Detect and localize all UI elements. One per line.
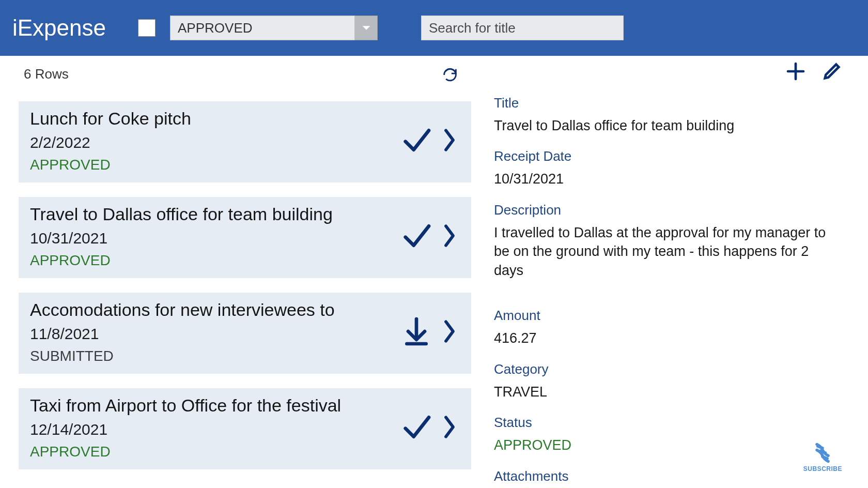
card-date: 11/8/2021 bbox=[30, 325, 335, 343]
filter-checkbox[interactable] bbox=[138, 19, 156, 37]
chevron-right-icon[interactable] bbox=[438, 317, 461, 348]
chevron-right-icon[interactable] bbox=[438, 126, 461, 157]
label-receipt-date: Receipt Date bbox=[494, 148, 837, 164]
status-filter-value: APPROVED bbox=[170, 16, 355, 40]
app-header: iExpense APPROVED bbox=[0, 0, 868, 56]
check-icon bbox=[400, 219, 433, 254]
refresh-icon[interactable] bbox=[441, 66, 459, 86]
label-title: Title bbox=[494, 95, 837, 111]
chevron-down-icon[interactable] bbox=[355, 16, 378, 40]
list-scroll[interactable]: Lunch for Coke pitch2/2/2022APPROVEDTrav… bbox=[0, 89, 475, 488]
list-item[interactable]: Taxi from Airport to Office for the fest… bbox=[19, 388, 471, 469]
subscribe-badge[interactable]: SUBSCRIBE bbox=[803, 441, 842, 472]
label-amount: Amount bbox=[494, 308, 837, 324]
card-date: 10/31/2021 bbox=[30, 230, 333, 247]
card-status: APPROVED bbox=[30, 157, 191, 173]
chevron-right-icon[interactable] bbox=[438, 221, 461, 252]
add-icon[interactable] bbox=[785, 61, 806, 84]
download-icon bbox=[400, 315, 433, 350]
list-item[interactable]: Lunch for Coke pitch2/2/2022APPROVED bbox=[19, 101, 471, 182]
card-title: Lunch for Coke pitch bbox=[30, 109, 191, 129]
dna-icon bbox=[811, 441, 834, 464]
svg-line-5 bbox=[821, 451, 826, 453]
card-status: APPROVED bbox=[30, 252, 333, 269]
list-item[interactable]: Travel to Dallas office for team buildin… bbox=[19, 197, 471, 278]
check-icon bbox=[400, 410, 433, 446]
label-category: Category bbox=[494, 361, 837, 377]
edit-icon[interactable] bbox=[822, 61, 842, 84]
list-toolbar: 6 Rows bbox=[0, 56, 475, 89]
chevron-right-icon[interactable] bbox=[438, 413, 461, 444]
status-filter-dropdown[interactable]: APPROVED bbox=[170, 16, 378, 40]
row-count: 6 Rows bbox=[24, 66, 69, 82]
content: 6 Rows Lunch for Coke pitch2/2/2022APPRO… bbox=[0, 56, 868, 488]
value-description: I travelled to Dallas at the approval fo… bbox=[494, 223, 837, 280]
check-icon bbox=[400, 124, 433, 159]
value-receipt-date: 10/31/2021 bbox=[494, 170, 837, 188]
value-status: APPROVED bbox=[494, 436, 837, 454]
detail-panel: Title Travel to Dallas office for team b… bbox=[475, 56, 868, 488]
subscribe-label: SUBSCRIBE bbox=[803, 465, 842, 472]
svg-line-6 bbox=[823, 456, 827, 459]
card-date: 2/2/2022 bbox=[30, 134, 191, 151]
card-title: Travel to Dallas office for team buildin… bbox=[30, 204, 333, 224]
label-description: Description bbox=[494, 202, 837, 218]
search-input[interactable] bbox=[421, 16, 624, 40]
value-category: TRAVEL bbox=[494, 383, 837, 401]
detail-toolbar bbox=[475, 56, 868, 89]
card-title: Taxi from Airport to Office for the fest… bbox=[30, 395, 341, 416]
list-item[interactable]: Accomodations for new interviewees to11/… bbox=[19, 293, 471, 374]
value-amount: 416.27 bbox=[494, 329, 837, 347]
label-status: Status bbox=[494, 415, 837, 431]
value-title: Travel to Dallas office for team buildin… bbox=[494, 116, 837, 135]
svg-line-4 bbox=[818, 446, 823, 448]
card-status: APPROVED bbox=[30, 444, 341, 460]
card-title: Accomodations for new interviewees to bbox=[30, 300, 335, 320]
card-date: 12/14/2021 bbox=[30, 421, 341, 438]
list-panel: 6 Rows Lunch for Coke pitch2/2/2022APPRO… bbox=[0, 56, 475, 488]
detail-scroll[interactable]: Title Travel to Dallas office for team b… bbox=[475, 89, 868, 488]
label-attachments: Attachments bbox=[494, 468, 837, 484]
card-status: SUBMITTED bbox=[30, 348, 335, 364]
app-title: iExpense bbox=[12, 15, 106, 41]
